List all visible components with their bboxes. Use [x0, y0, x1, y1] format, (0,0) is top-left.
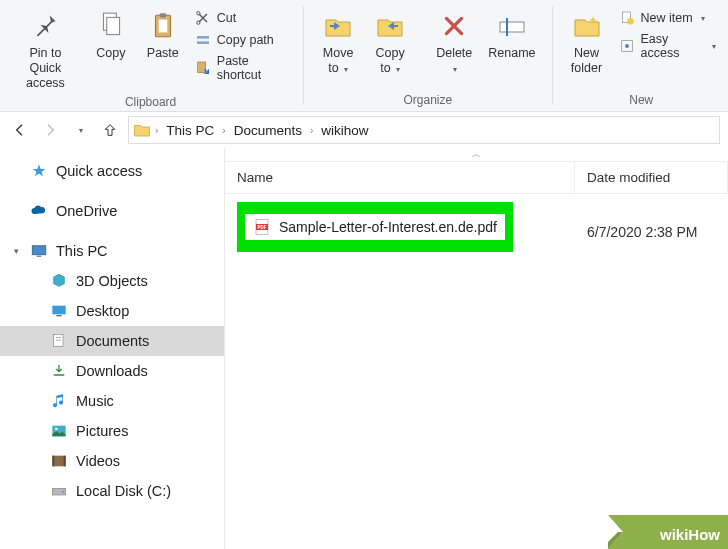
file-name: Sample-Letter-of-Interest.en.de.pdf: [279, 219, 497, 235]
svg-rect-19: [56, 315, 61, 316]
copy-icon: [98, 8, 124, 44]
svg-rect-17: [37, 256, 42, 258]
chevron-down-icon: ▾: [453, 65, 457, 74]
sidebar-item-this-pc[interactable]: ▾ This PC: [0, 236, 224, 266]
sidebar-item-downloads[interactable]: Downloads: [0, 356, 224, 386]
copy-path-button[interactable]: Copy path: [191, 30, 293, 50]
rename-button[interactable]: Rename: [482, 4, 541, 65]
breadcrumb-item[interactable]: wikihow: [317, 121, 372, 140]
up-button[interactable]: [98, 118, 122, 142]
column-header-date[interactable]: Date modified: [575, 162, 728, 193]
svg-rect-3: [160, 13, 166, 17]
chevron-down-icon[interactable]: ▾: [14, 246, 19, 256]
svg-rect-11: [506, 18, 508, 36]
ribbon-group-organize: Move to ▾ Copy to ▾ Delete▾ Rename: [306, 0, 549, 111]
content-area: Quick access OneDrive ▾ This PC 3D Objec…: [0, 148, 728, 549]
downloads-icon: [50, 362, 68, 380]
scissors-icon: [195, 10, 211, 26]
move-to-button[interactable]: Move to ▾: [314, 4, 362, 80]
ribbon-group-new: New folder New item ▾ Easy access ▾ New: [555, 0, 728, 111]
svg-rect-22: [56, 340, 61, 341]
cut-button[interactable]: Cut: [191, 8, 293, 28]
folder-icon: [133, 122, 151, 138]
svg-rect-9: [197, 62, 205, 73]
new-item-icon: [619, 10, 635, 26]
svg-rect-10: [500, 22, 524, 32]
sidebar-item-onedrive[interactable]: OneDrive: [0, 196, 224, 226]
rename-icon: [498, 8, 526, 44]
breadcrumb-item[interactable]: Documents: [230, 121, 306, 140]
svg-point-29: [62, 491, 64, 493]
ribbon-group-clipboard: Pin to Quick access Copy Paste Cut: [0, 0, 301, 111]
disk-icon: [50, 482, 68, 500]
easy-access-icon: [619, 38, 635, 54]
svg-text:PDF: PDF: [258, 225, 267, 230]
sidebar-item-videos[interactable]: Videos: [0, 446, 224, 476]
star-icon: [30, 162, 48, 180]
sidebar-item-3d-objects[interactable]: 3D Objects: [0, 266, 224, 296]
svg-rect-16: [32, 246, 46, 255]
chevron-right-icon: ›: [155, 125, 158, 136]
svg-point-5: [196, 21, 199, 24]
chevron-down-icon: ▾: [396, 65, 400, 74]
copy-to-icon: [374, 8, 406, 44]
svg-point-13: [627, 18, 634, 25]
easy-access-button[interactable]: Easy access ▾: [615, 30, 720, 62]
sidebar-item-pictures[interactable]: Pictures: [0, 416, 224, 446]
chevron-right-icon: ›: [310, 125, 313, 136]
svg-rect-18: [52, 306, 65, 315]
copy-button[interactable]: Copy: [87, 4, 135, 65]
move-to-icon: [322, 8, 354, 44]
paste-button[interactable]: Paste: [139, 4, 187, 65]
ribbon-separator: [552, 6, 553, 105]
watermark: wikiHow: [608, 515, 728, 549]
breadcrumb[interactable]: › This PC › Documents › wikihow: [128, 116, 720, 144]
svg-point-24: [55, 428, 58, 431]
sidebar-item-documents[interactable]: Documents: [0, 326, 224, 356]
back-button[interactable]: [8, 118, 32, 142]
sidebar-item-quick-access[interactable]: Quick access: [0, 156, 224, 186]
copy-to-button[interactable]: Copy to ▾: [366, 4, 414, 80]
svg-rect-27: [64, 456, 66, 467]
delete-icon: [441, 8, 467, 44]
file-row[interactable]: PDF Sample-Letter-of-Interest.en.de.pdf: [245, 214, 505, 240]
svg-rect-1: [107, 17, 120, 34]
ribbon: Pin to Quick access Copy Paste Cut: [0, 0, 728, 112]
pin-quick-access-button[interactable]: Pin to Quick access: [8, 4, 83, 95]
delete-button[interactable]: Delete▾: [430, 4, 478, 80]
sidebar-item-music[interactable]: Music: [0, 386, 224, 416]
sidebar-item-desktop[interactable]: Desktop: [0, 296, 224, 326]
collapse-ribbon-button[interactable]: ︿: [225, 148, 728, 162]
svg-point-15: [625, 44, 629, 48]
new-item-button[interactable]: New item ▾: [615, 8, 720, 28]
paste-shortcut-icon: [195, 60, 211, 76]
recent-locations-button[interactable]: ▾: [68, 118, 92, 142]
paste-icon: [150, 8, 176, 44]
column-header-name[interactable]: Name: [225, 162, 575, 193]
ribbon-separator: [303, 6, 304, 105]
sidebar-item-local-disk[interactable]: Local Disk (C:): [0, 476, 224, 506]
svg-rect-26: [52, 456, 54, 467]
pin-icon: [31, 8, 59, 44]
cube-icon: [50, 272, 68, 290]
file-list-pane: ︿ Name Date modified PDF Sample-Letter-o…: [225, 148, 728, 549]
videos-icon: [50, 452, 68, 470]
desktop-icon: [50, 302, 68, 320]
cloud-icon: [30, 202, 48, 220]
copy-path-icon: [195, 32, 211, 48]
chevron-down-icon: ▾: [712, 42, 716, 51]
breadcrumb-item[interactable]: This PC: [162, 121, 218, 140]
highlight-box: PDF Sample-Letter-of-Interest.en.de.pdf: [237, 202, 513, 252]
forward-button[interactable]: [38, 118, 62, 142]
documents-icon: [50, 332, 68, 350]
music-icon: [50, 392, 68, 410]
new-folder-button[interactable]: New folder: [563, 4, 611, 80]
svg-rect-21: [56, 337, 61, 338]
svg-rect-4: [159, 20, 168, 33]
paste-shortcut-button[interactable]: Paste shortcut: [191, 52, 293, 84]
chevron-down-icon: ▾: [701, 14, 705, 23]
pictures-icon: [50, 422, 68, 440]
svg-point-6: [196, 12, 199, 15]
pdf-icon: PDF: [253, 218, 271, 236]
sidebar: Quick access OneDrive ▾ This PC 3D Objec…: [0, 148, 225, 549]
